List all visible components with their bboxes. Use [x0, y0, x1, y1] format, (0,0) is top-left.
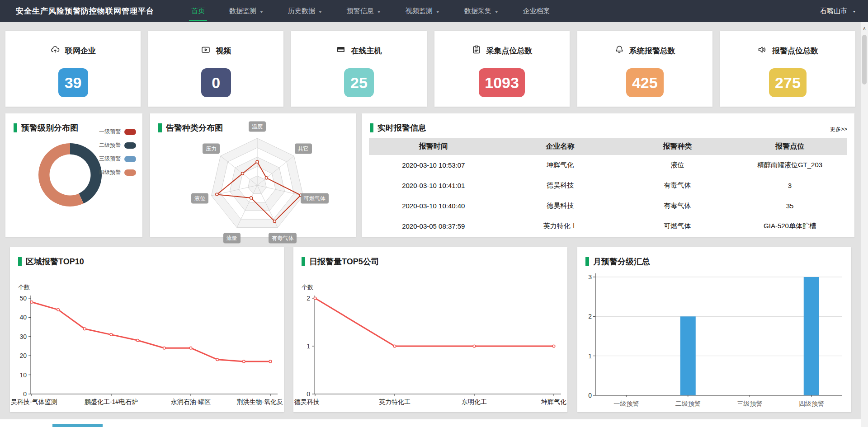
panel-title-text: 日报警量TOP5公司 — [309, 256, 379, 267]
stat-card-head: 视频 — [201, 45, 231, 57]
stat-card-value-badge: 425 — [626, 68, 664, 97]
stat-card-1: 视频0 — [148, 31, 283, 107]
nav-item-5[interactable]: 数据采集▼ — [452, 0, 511, 22]
svg-text:2: 2 — [307, 295, 310, 302]
title-accent-bar — [370, 123, 373, 132]
stat-card-2: 在线主机25 — [291, 31, 426, 107]
stat-card-value-badge: 25 — [344, 68, 374, 97]
legend-label: 一级预警 — [99, 128, 121, 136]
stat-card-row: 联网企业39视频0在线主机25采集点位总数1093系统报警总数425报警点位总数… — [5, 31, 855, 107]
legend-swatch — [124, 156, 136, 162]
legend-label: 三级预警 — [99, 155, 121, 163]
more-link[interactable]: 更多>> — [830, 126, 847, 133]
alarm-column-header: 报警时间 — [369, 138, 498, 155]
radar-axis-label-2: 可燃气体 — [301, 193, 329, 203]
alarm-column-header: 报警种类 — [623, 138, 732, 155]
daily-alarm-top5-panel: 日报警量TOP5公司 个数012德昊科技英力特化工东明化工坤辉气化 — [293, 247, 567, 412]
svg-text:20: 20 — [19, 352, 27, 359]
radar-axis-label-6: 压力 — [203, 143, 220, 154]
svg-text:2: 2 — [588, 313, 592, 320]
table-row-2: 2020-03-10 10:40:40德昊科技有毒气体35 — [369, 196, 847, 216]
table-row-3: 2020-03-05 08:37:59英力特化工可燃气体GIA-520单体贮槽 — [369, 216, 847, 236]
nav-item-0[interactable]: 首页 — [179, 0, 217, 22]
stat-card-value-badge: 0 — [201, 68, 231, 97]
table-cell: 德昊科技 — [498, 175, 623, 196]
svg-text:荆洪生物-氧化反: 荆洪生物-氧化反 — [236, 398, 283, 405]
panel-title-text: 预警级别分布图 — [21, 122, 78, 133]
nav-item-3[interactable]: 预警信息▼ — [335, 0, 393, 22]
title-accent-bar — [302, 257, 305, 266]
daily-alarm-top5-chart: 个数012德昊科技英力特化工东明化工坤辉气化 — [293, 247, 567, 412]
svg-text:50: 50 — [19, 295, 27, 302]
stat-card-head: 联网企业 — [50, 45, 96, 57]
svg-text:坤辉气化: 坤辉气化 — [541, 398, 566, 405]
stat-card-label: 采集点位总数 — [486, 46, 533, 56]
radar-axis-label-5: 液位 — [191, 193, 208, 203]
alarm-table: 报警时间企业名称报警种类报警点位 2020-03-10 10:53:07坤辉气化… — [369, 138, 847, 236]
realtime-alarm-panel: 实时报警信息 更多>> 报警时间企业名称报警种类报警点位 2020-03-10 … — [362, 113, 854, 237]
svg-text:10: 10 — [19, 371, 27, 379]
alarm-type-panel: 告警种类分布图 温度其它可燃气体有毒气体流量液位压力 — [150, 113, 356, 237]
svg-text:四级预警: 四级预警 — [799, 400, 824, 407]
region-label: 石嘴山市 — [820, 7, 847, 14]
radar-axis-label-3: 有毒气体 — [269, 233, 297, 244]
legend-label: 二级预警 — [99, 141, 121, 149]
alarm-column-header: 企业名称 — [498, 138, 623, 155]
stat-card-value-badge: 39 — [58, 68, 88, 97]
monthly-warning-bar-chart: 0123一级预警二级预警三级预警四级预警 — [577, 247, 851, 412]
monthly-warning-panel: 月预警分级汇总 0123一级预警二级预警三级预警四级预警 — [577, 247, 851, 412]
stat-card-label: 报警点位总数 — [772, 46, 818, 56]
stat-card-label: 联网企业 — [65, 46, 96, 56]
svg-text:二级预警: 二级预警 — [675, 400, 701, 407]
title-accent-bar — [14, 123, 17, 132]
svg-text:0: 0 — [307, 390, 310, 398]
panel-title-text: 告警种类分布图 — [166, 122, 223, 133]
table-cell: 精醇南罐液位GT_203 — [732, 155, 847, 175]
stat-card-value-badge: 1093 — [479, 68, 525, 97]
panel-title: 月预警分级汇总 — [585, 256, 650, 267]
chevron-down-icon: ▼ — [495, 4, 499, 21]
alarm-column-header: 报警点位 — [732, 138, 847, 155]
chevron-down-icon: ▼ — [852, 10, 856, 14]
table-cell: 有毒气体 — [623, 175, 732, 196]
svg-text:3: 3 — [588, 273, 592, 281]
radar-axis-label-0: 温度 — [249, 122, 266, 132]
legend-item-3[interactable]: 四级预警 — [99, 169, 136, 176]
nav-item-1[interactable]: 数据监测▼ — [217, 0, 276, 22]
table-cell: 坤辉气化 — [498, 155, 623, 175]
table-cell: 2020-03-10 10:53:07 — [369, 155, 498, 175]
stat-card-label: 视频 — [216, 46, 231, 56]
svg-text:永润石油-罐区: 永润石油-罐区 — [171, 398, 211, 405]
nav-item-label: 企业档案 — [523, 7, 550, 14]
table-cell: GIA-520单体贮槽 — [732, 216, 847, 236]
legend-item-2[interactable]: 三级预警 — [99, 155, 136, 163]
page-scrollbar[interactable]: ∧ — [861, 22, 868, 427]
panel-title: 告警种类分布图 — [158, 122, 223, 133]
svg-text:德昊科技: 德昊科技 — [294, 398, 320, 405]
donut-legend: 一级预警二级预警三级预警四级预警 — [99, 128, 136, 176]
region-alarm-top10-panel: 区域报警TOP10 个数01020304050昊科技-气体监测鹏盛化工-1#电石… — [10, 247, 284, 412]
region-selector[interactable]: 石嘴山市 ▼ — [820, 7, 856, 15]
title-accent-bar — [585, 257, 589, 266]
legend-item-1[interactable]: 二级预警 — [99, 141, 136, 149]
table-cell: 液位 — [623, 155, 732, 175]
panel-title-text: 月预警分级汇总 — [593, 256, 650, 267]
nav-item-label: 视频监测 — [406, 7, 433, 14]
svg-text:40: 40 — [19, 314, 27, 321]
title-accent-bar — [158, 123, 162, 132]
nav-item-2[interactable]: 历史数据▼ — [276, 0, 335, 22]
nav-item-4[interactable]: 视频监测▼ — [393, 0, 452, 22]
nav-item-label: 预警信息 — [347, 7, 374, 14]
nav-item-label: 首页 — [191, 7, 205, 14]
legend-swatch — [124, 169, 136, 176]
nav-item-6[interactable]: 企业档案 — [511, 0, 562, 22]
legend-swatch — [124, 142, 136, 149]
app-title: 安全生产风险预警防控物联网管理平台 — [16, 6, 154, 16]
panel-title-text: 实时报警信息 — [377, 122, 426, 133]
stat-card-4: 系统报警总数425 — [577, 31, 712, 107]
scroll-up-icon[interactable]: ∧ — [861, 22, 868, 34]
table-cell: 可燃气体 — [623, 216, 732, 236]
scrollbar-thumb[interactable] — [862, 35, 867, 84]
table-cell: 2020-03-05 08:37:59 — [369, 216, 498, 236]
legend-item-0[interactable]: 一级预警 — [99, 128, 136, 136]
